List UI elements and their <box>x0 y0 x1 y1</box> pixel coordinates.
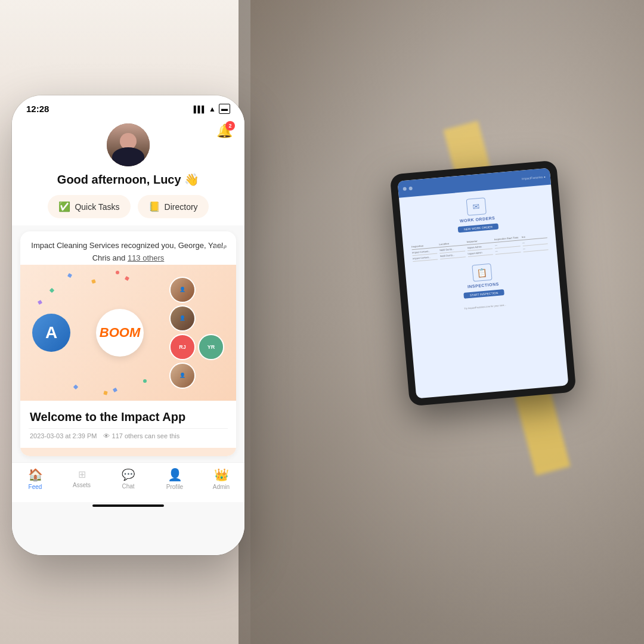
directory-icon: 📒 <box>148 201 160 212</box>
assets-nav-icon: ⊞ <box>78 469 86 480</box>
avatar-yr: YR <box>198 334 224 360</box>
avatar-2-image: 👤 <box>171 306 194 330</box>
feed-nav-icon: 🏠 <box>28 467 43 482</box>
nav-feed[interactable]: 🏠 Feed <box>19 467 52 490</box>
boom-celebration-icon: BOOM <box>96 309 144 357</box>
tablet-table: Inspection Location Inspector Inspection… <box>409 233 551 262</box>
header-inspector: Inspector <box>466 238 492 243</box>
directory-label: Directory <box>165 202 198 212</box>
profile-nav-label: Profile <box>166 484 183 490</box>
confetti-3 <box>49 288 54 293</box>
notification-badge: 2 <box>225 121 235 131</box>
recognition-text-area: Impact Cleaning Services recognized you,… <box>20 231 236 265</box>
confetti-5 <box>38 300 42 305</box>
confetti-7 <box>103 391 107 395</box>
avatar-2-initials: 👤 <box>179 315 185 321</box>
chat-nav-label: Chat <box>122 483 134 490</box>
avatar-1-image: 👤 <box>171 278 194 302</box>
next-card-peek <box>20 448 236 456</box>
header-location: Location <box>439 240 465 246</box>
feed-card: Impact Cleaning Services recognized you,… <box>20 231 236 456</box>
wifi-icon: ▲ <box>209 105 216 113</box>
signal-icon: ▌▌▌ <box>194 106 206 113</box>
eye-icon: 👁 <box>103 432 110 439</box>
header-start-time: Inspection Start Time <box>494 236 520 241</box>
confetti-4 <box>116 271 119 274</box>
inspections-title: INSPECTIONS <box>467 282 499 289</box>
avatar-male-1: 👤 <box>169 305 196 332</box>
start-inspection-button[interactable]: START INSPECTION <box>463 289 504 299</box>
confetti-2 <box>91 279 96 284</box>
battery-icon: ▬ <box>219 104 230 114</box>
home-indicator <box>92 504 164 507</box>
feed-card-meta: 2023-03-03 at 2:39 PM 👁 117 others can s… <box>20 429 236 448</box>
inspections-icon: 📋 <box>472 264 492 282</box>
greeting-text: Good afternoon, Lucy 👋 <box>57 172 199 187</box>
work-orders-icon: ✉ <box>466 197 487 216</box>
tablet-status-dot-2 <box>408 187 413 191</box>
avatar <box>107 123 150 166</box>
others-link[interactable]: 113 others <box>128 253 164 262</box>
avatar-rj-circle: RJ <box>171 335 194 359</box>
notification-bell[interactable]: 🔔 2 <box>216 123 233 139</box>
avatar-image <box>107 123 150 166</box>
brand-icon-label: A <box>45 323 57 342</box>
avatar-yr-label: YR <box>208 344 215 350</box>
confetti-1 <box>67 273 72 278</box>
visibility-info: 👁 117 others can see this <box>103 432 180 439</box>
quick-tasks-label: Quick Tasks <box>75 202 119 212</box>
header-inspection: Inspection <box>411 243 437 249</box>
tablet-status-dot <box>402 187 407 191</box>
feed-nav-label: Feed <box>29 484 42 490</box>
tablet-inspections-section: 📋 INSPECTIONS START INSPECTION <box>411 258 555 303</box>
avatar-row: RJ YR <box>169 334 224 360</box>
tablet-work-orders-section: ✉ WORK ORDERS NEW WORK ORDER <box>405 192 549 237</box>
tablet-device: ImpactFactories ● ✉ WORK ORDERS NEW WORK… <box>390 160 577 407</box>
celebration-avatars: 👤 👤 RJ <box>169 277 224 389</box>
avatar-5-initials: 👤 <box>179 373 185 378</box>
nav-admin[interactable]: 👑 Admin <box>205 467 238 490</box>
row2-location: 5600 Dumb... <box>440 251 466 259</box>
more-options-icon[interactable]: ••• <box>215 239 228 256</box>
nav-profile[interactable]: 👤 Profile <box>159 467 191 490</box>
tablet-frame: ImpactFactories ● ✉ WORK ORDERS NEW WORK… <box>390 160 577 407</box>
profile-nav-icon: 👤 <box>168 467 182 482</box>
tablet-screen: ImpactFactories ● ✉ WORK ORDERS NEW WORK… <box>398 168 569 399</box>
tablet-footer-text: Try ImpactFactories.com for your next... <box>415 299 556 315</box>
new-work-order-button[interactable]: NEW WORK ORDER <box>458 223 499 233</box>
nav-chat[interactable]: 💬 Chat <box>112 468 145 490</box>
phone-header: 🔔 2 Good afternoon, Lucy 👋 ✅ Quick Tasks <box>12 114 244 225</box>
brand-avatar-icon: A <box>32 314 70 352</box>
phone-time: 12:28 <box>26 104 49 114</box>
boom-text: BOOM <box>100 325 140 340</box>
tablet-content: ✉ WORK ORDERS NEW WORK ORDER Inspection … <box>399 184 568 398</box>
visibility-text: 117 others can see this <box>112 432 180 439</box>
avatar-female-1: 👤 <box>169 277 196 303</box>
bottom-nav: 🏠 Feed ⊞ Assets 💬 Chat 👤 Profile 👑 <box>12 462 244 502</box>
quick-tasks-button[interactable]: ✅ Quick Tasks <box>48 195 130 218</box>
admin-nav-icon: 👑 <box>214 467 229 482</box>
phone-frame: 12:28 ▌▌▌ ▲ ▬ 🔔 2 Good afterno <box>12 95 244 555</box>
directory-button[interactable]: 📒 Directory <box>138 195 209 218</box>
action-buttons: ✅ Quick Tasks 📒 Directory <box>48 195 208 218</box>
celebration-area: A BOOM 👤 <box>20 265 236 401</box>
avatar-yr-circle: YR <box>199 335 223 359</box>
header-ins: Ins <box>522 233 547 239</box>
phone-screen: 🔔 2 Good afternoon, Lucy 👋 ✅ Quick Tasks <box>12 114 244 555</box>
confetti-10 <box>113 388 117 392</box>
nav-assets[interactable]: ⊞ Assets <box>66 469 98 488</box>
confetti-8 <box>143 379 147 383</box>
post-title: Welcome to the Impact App <box>20 401 236 428</box>
row2-inspection: Impact Contact... <box>413 253 438 262</box>
timestamp: 2023-03-03 at 2:39 PM <box>30 432 97 439</box>
phone-device: 12:28 ▌▌▌ ▲ ▬ 🔔 2 Good afterno <box>12 95 244 555</box>
avatar-female-2: 👤 <box>169 363 196 389</box>
chat-nav-icon: 💬 <box>122 468 135 481</box>
avatar-5-image: 👤 <box>171 364 194 388</box>
confetti-9 <box>125 276 129 281</box>
confetti-6 <box>73 385 78 389</box>
assets-nav-label: Assets <box>73 482 91 488</box>
avatar-1-initials: 👤 <box>179 287 185 292</box>
status-bar: 12:28 ▌▌▌ ▲ ▬ <box>12 95 244 114</box>
avatar-rj-label: RJ <box>179 344 186 350</box>
